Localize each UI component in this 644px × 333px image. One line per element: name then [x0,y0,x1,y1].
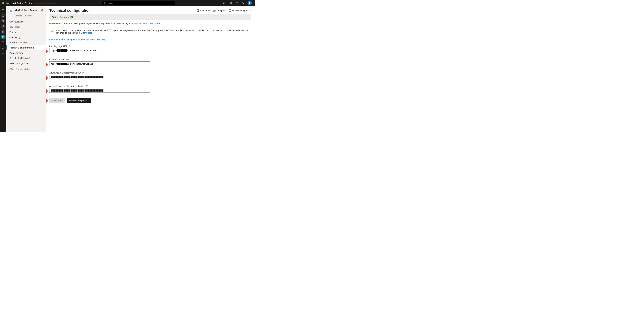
offer-nav-list: Offer overview Offer setup Properties Of… [6,19,46,66]
nav-offer-overview[interactable]: Offer overview [6,19,46,24]
topbar: Microsoft Partner Center –––––––––––––––… [0,0,254,6]
billing-warning: Your offer is currently set to be billed… [49,28,251,35]
field-landing-page: 1 Landing page URL* [49,45,251,53]
offer-header: Marketplace Demo - … Software as a Servi… [6,6,46,19]
offer-setup-link[interactable]: Offer Setup [81,32,92,34]
svg-rect-16 [2,42,4,43]
app-id-input[interactable] [49,88,150,93]
info-icon[interactable] [71,59,73,61]
offer-subtitle: Software as a Service [15,15,39,17]
svg-rect-24 [214,10,215,12]
callout-1: 1 [46,49,48,53]
rail-chart-icon[interactable] [1,29,6,34]
learn-more-link[interactable]: Learn more [148,22,160,25]
tenant-id-input[interactable] [49,75,150,79]
callout-5: 5 [46,99,48,103]
rail-marketplace-icon[interactable] [1,35,6,39]
save-draft-button[interactable]: Save draft [49,98,64,103]
callout-2: 2 [46,63,48,67]
status-label: Status: [52,16,59,19]
action-compare[interactable]: Compare [213,9,226,12]
nav-offer-setup[interactable]: Offer setup [6,24,46,30]
info-icon[interactable] [86,85,88,87]
status-bar: Status: Complete [49,15,251,20]
svg-point-11 [4,21,4,21]
page-title: Technical configuration [49,9,91,13]
svg-point-4 [237,4,237,4]
action-compare-label: Compare [217,10,226,12]
intro-text: Provide details from the development of … [46,20,254,26]
svg-rect-13 [2,32,3,32]
svg-rect-14 [3,31,3,32]
form-buttons: 5 Save draft Review and publish [49,98,251,103]
action-save-draft-label: Save draft [200,10,210,12]
action-review-publish-label: Review and publish [232,10,251,12]
svg-rect-15 [4,32,4,32]
callout-4: 4 [46,89,48,93]
action-save-draft[interactable]: Save draft [196,9,210,12]
action-review-publish[interactable]: Review and publish [228,9,251,12]
nav-properties[interactable]: Properties [6,30,46,35]
svg-rect-21 [2,58,4,59]
search-input[interactable] [102,1,174,5]
main-content: Technical configuration Save draft Compa… [46,6,254,132]
rail-home-icon[interactable] [1,13,6,18]
tenant-context: –––––––––––––––––– [34,2,56,5]
nav-technical-configuration[interactable]: Technical configuration [6,45,46,50]
product-title[interactable]: Microsoft Partner Center [6,2,34,5]
nav-preview-audience[interactable]: Preview audience [6,40,46,45]
warning-icon [51,29,54,32]
svg-point-39 [87,86,87,86]
rail-referrals-icon[interactable] [0,45,6,50]
rail-person-icon[interactable] [1,24,6,29]
rail-hamburger-icon[interactable] [0,8,6,13]
rail-people-icon[interactable] [1,19,6,23]
search-box[interactable] [102,1,174,5]
info-icon[interactable] [69,45,71,47]
rail-card-icon[interactable] [0,40,6,45]
svg-point-18 [3,47,4,47]
left-nav: Marketplace Demo - … Software as a Servi… [6,6,46,132]
svg-rect-23 [213,10,214,12]
nav-cosell[interactable]: Co-sell with Microsoft [6,56,46,61]
microsoft-logo[interactable] [0,2,6,4]
whatsnew-icon[interactable] [228,0,234,6]
webhook-input[interactable] [49,62,150,66]
field-app-id: 4 Azure Active Directory application ID* [49,85,251,93]
help-icon[interactable] [234,0,240,6]
svg-point-12 [3,25,4,26]
svg-point-0 [104,2,106,4]
landing-page-input[interactable] [49,48,150,53]
offer-id-label: Offer ID: msmpdbdm [6,66,46,72]
svg-point-10 [2,20,3,21]
offer-title: Marketplace Demo - … [15,9,39,15]
fulfillment-apis-link[interactable]: Learn more about integrating with the fu… [49,39,106,41]
status-value: Complete [60,16,70,19]
rail-toolbox-icon[interactable] [0,56,6,61]
rail-insights-icon[interactable] [0,51,6,55]
user-avatar[interactable] [247,0,252,6]
switch-offer-icon[interactable] [41,9,44,12]
icon-rail [0,6,6,132]
tenant-label: Azure Active Directory tenant ID* [49,72,81,74]
app-label: Azure Active Directory application ID* [49,85,85,87]
nav-resell-csps[interactable]: Resell through CSPs [6,61,46,66]
field-tenant-id: 3 Azure Active Directory tenant ID* [49,72,251,79]
intro-body: Provide details from the development of … [49,22,148,25]
field-webhook: 2 Connection webhook* [49,58,251,66]
notifications-icon[interactable] [221,0,227,6]
svg-point-6 [250,2,250,3]
nav-plan-overview[interactable]: Plan overview [6,50,46,56]
saas-offer-icon [9,9,13,14]
svg-point-33 [72,59,72,59]
settings-icon[interactable] [240,0,246,6]
review-publish-button[interactable]: Review and publish [66,98,91,103]
topbar-actions [221,0,254,6]
info-icon[interactable] [82,72,84,74]
svg-line-1 [106,4,107,4]
nav-offer-listing[interactable]: Offer listing [6,35,46,40]
callout-3: 3 [46,76,48,80]
landing-label: Landing page URL* [49,45,68,48]
search-icon [104,2,107,5]
status-complete-icon [70,16,73,19]
